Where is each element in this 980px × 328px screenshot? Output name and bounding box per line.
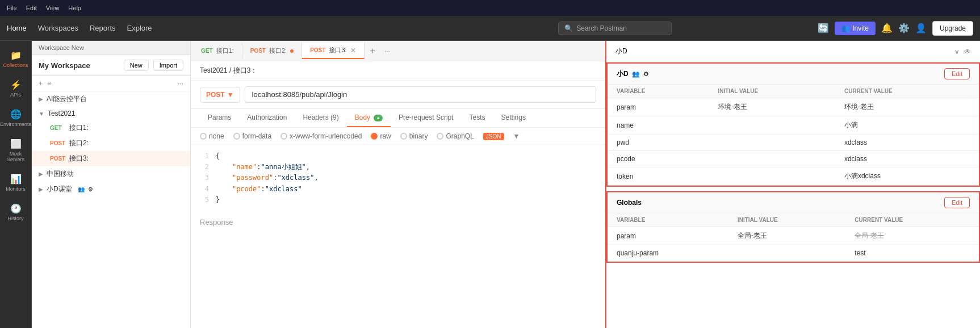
tab-api2[interactable]: POST 接口2: <box>242 43 302 58</box>
settings-small-icon: ⚙ <box>643 70 649 78</box>
sidebar-item-history[interactable]: 🕐 History <box>0 199 31 226</box>
menu-edit[interactable]: Edit <box>26 5 37 11</box>
edit-env-button[interactable]: Edit <box>944 68 970 79</box>
sidebar-label-history: History <box>7 216 23 221</box>
sub-tab-settings[interactable]: Settings <box>493 109 534 127</box>
tree-api1[interactable]: GET 接口1: <box>32 120 190 136</box>
menu-bar: File Edit View Help <box>0 0 980 16</box>
tab-close-icon[interactable]: ✕ <box>350 47 356 54</box>
col-variable: VARIABLE <box>608 85 709 98</box>
var-current: test <box>845 245 979 262</box>
var-initial <box>709 134 835 151</box>
var-initial <box>728 245 845 262</box>
sub-tab-body[interactable]: Body ● <box>347 109 391 127</box>
body-type-urlencoded[interactable]: x-www-form-urlencoded <box>280 132 362 140</box>
new-button[interactable]: New <box>124 60 149 71</box>
import-button[interactable]: Import <box>153 60 183 71</box>
icon-sidebar: 📁 Collections ⚡ APIs 🌐 Environments ⬜ Mo… <box>0 41 32 328</box>
json-format-badge[interactable]: JSON <box>483 133 504 140</box>
settings-icon[interactable]: ⚙️ <box>898 23 910 33</box>
format-chevron-icon[interactable]: ▼ <box>513 132 520 140</box>
menu-help[interactable]: Help <box>68 5 81 11</box>
bell-icon[interactable]: 🔔 <box>881 23 893 33</box>
upgrade-button[interactable]: Upgrade <box>932 21 973 36</box>
invite-button[interactable]: 👥 Invite <box>835 22 876 35</box>
globals-row-param: param 全局-老王 全局-老王 <box>608 227 979 245</box>
var-initial: 环境-老王 <box>709 98 835 116</box>
tree-xd-class[interactable]: ▶ 小D课堂 👥 ⚙ <box>32 182 190 197</box>
tab-api1[interactable]: GET 接口1: <box>193 43 242 58</box>
globals-table: VARIABLE INITIAL VALUE CURRENT VALUE par… <box>608 213 979 262</box>
body-type-raw[interactable]: raw <box>371 132 391 140</box>
var-current: xdclass <box>835 134 979 151</box>
sidebar-label-mock-servers: Mock Servers <box>2 151 29 162</box>
nav-reports[interactable]: Reports <box>90 24 116 32</box>
menu-file[interactable]: File <box>7 5 17 11</box>
col-initial: INITIAL VALUE <box>709 85 835 98</box>
sub-tab-pre-request[interactable]: Pre-request Script <box>391 109 462 127</box>
tabs-bar: GET 接口1: POST 接口2: POST 接口3: ✕ + ··· <box>191 41 605 61</box>
avatar[interactable]: 👤 <box>915 23 927 33</box>
more-options-icon[interactable]: ··· <box>178 79 183 87</box>
tree-item-label: 接口3: <box>69 154 89 163</box>
tree-test2021[interactable]: ▼ Test2021 <box>32 107 190 120</box>
chevron-down-icon: ▼ <box>39 111 44 117</box>
filter-icon[interactable]: ≡ <box>47 79 51 87</box>
col-current: CURRENT VALUE <box>845 213 979 227</box>
radio-urlencoded <box>280 133 287 140</box>
sub-tab-headers[interactable]: Headers (9) <box>295 109 346 127</box>
request-bar: POST ▼ <box>191 81 605 109</box>
sub-tabs: Params Authorization Headers (9) Body ● … <box>191 109 605 128</box>
nav-left: Home Workspaces Reports Explore <box>7 24 412 32</box>
chevron-down-icon[interactable]: ∨ <box>954 48 960 56</box>
add-collection-icon[interactable]: + <box>39 79 43 87</box>
search-box[interactable]: 🔍 Search Postman <box>558 22 672 35</box>
url-input[interactable] <box>245 86 596 103</box>
method-post: POST <box>50 140 66 146</box>
tree-item-label: AI能云控平台 <box>47 94 87 104</box>
sidebar-item-monitors[interactable]: 📊 Monitors <box>0 169 31 196</box>
tab-api3[interactable]: POST 接口3: ✕ <box>302 43 364 59</box>
chevron-right-icon: ▶ <box>39 171 43 177</box>
var-initial <box>709 151 835 167</box>
tree-ai-cloud[interactable]: ▶ AI能云控平台 <box>32 91 190 107</box>
nav-home[interactable]: Home <box>7 24 27 32</box>
collections-tree: ▶ AI能云控平台 ▼ Test2021 GET 接口1: POST 接口2: … <box>32 91 190 197</box>
sidebar-item-environments[interactable]: 🌐 Environments <box>0 104 31 132</box>
tab-label-api2: 接口2: <box>269 47 287 55</box>
body-type-form-data[interactable]: form-data <box>233 132 271 140</box>
tree-api3[interactable]: POST 接口3: <box>32 151 190 166</box>
body-type-binary[interactable]: binary <box>400 132 428 140</box>
sub-tab-authorization[interactable]: Authorization <box>239 109 295 127</box>
method-select[interactable]: POST ▼ <box>200 87 240 103</box>
search-icon: 🔍 <box>564 24 573 32</box>
code-editor[interactable]: 1 { 2 "name":"anna小姐姐", 3 "password":"xd… <box>191 145 605 211</box>
tab-label-api1: 接口1: <box>216 47 234 55</box>
menu-view[interactable]: View <box>46 5 60 11</box>
more-tabs-icon[interactable]: ··· <box>381 44 393 58</box>
main-layout: 📁 Collections ⚡ APIs 🌐 Environments ⬜ Mo… <box>0 41 980 328</box>
sidebar-label-apis: APIs <box>10 92 21 98</box>
col-current: CURRENT VALUE <box>835 85 979 98</box>
code-line-2: 2 "name":"anna小姐姐", <box>200 162 596 173</box>
eye-icon[interactable]: 👁 <box>964 48 971 56</box>
workspace-label: My Workspace <box>39 61 90 70</box>
radio-raw <box>371 133 378 140</box>
tab-add-button[interactable]: + <box>365 43 381 60</box>
tree-item-label: 中国移动 <box>47 169 74 179</box>
edit-globals-button[interactable]: Edit <box>944 197 970 208</box>
body-type-graphql[interactable]: GraphQL <box>437 132 474 140</box>
sidebar-item-mock-servers[interactable]: ⬜ Mock Servers <box>0 134 31 167</box>
sub-tab-params[interactable]: Params <box>200 109 239 127</box>
nav-workspaces[interactable]: Workspaces <box>38 24 78 32</box>
tree-api2[interactable]: POST 接口2: <box>32 136 190 151</box>
sidebar-item-collections[interactable]: 📁 Collections <box>0 45 31 73</box>
sub-tab-tests[interactable]: Tests <box>462 109 493 127</box>
tree-china-mobile[interactable]: ▶ 中国移动 <box>32 166 190 182</box>
env-panel-title: 小D <box>615 47 627 56</box>
nav-explore[interactable]: Explore <box>127 24 152 32</box>
sync-icon[interactable]: 🔄 <box>818 23 829 33</box>
sidebar-item-apis[interactable]: ⚡ APIs <box>0 75 31 102</box>
body-type-none[interactable]: none <box>200 132 224 140</box>
mock-servers-icon: ⬜ <box>10 138 22 149</box>
